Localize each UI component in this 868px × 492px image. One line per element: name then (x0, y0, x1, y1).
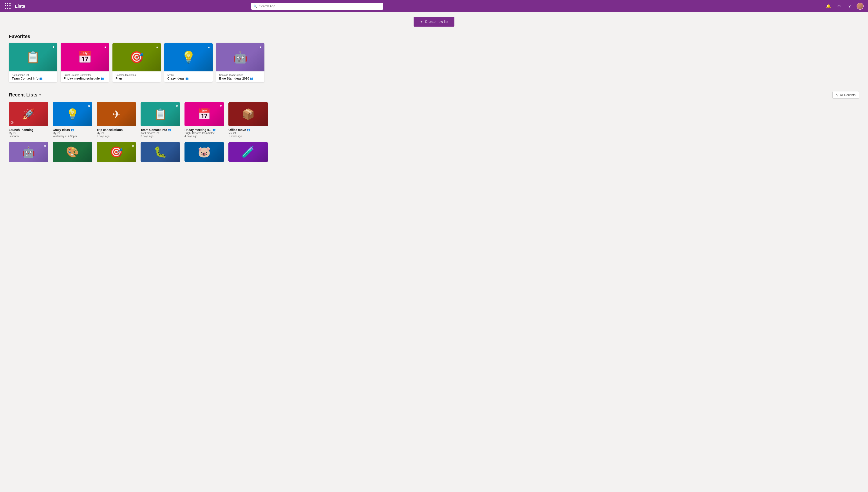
notifications-button[interactable]: 🔔 (825, 3, 832, 10)
fav-card-name-4: Blue Star Ideas 2020 👥 (219, 77, 261, 80)
recent-card-r2-icon-4: 🐷 (198, 146, 211, 158)
filter-icon: ▽ (836, 93, 839, 97)
recent-card-r2-4[interactable]: 🐷 (184, 142, 224, 164)
fav-card-name-1: Friday meeting schedule 👥 (64, 77, 106, 80)
fav-card-icon-1: 📅 (78, 51, 92, 64)
recent-card-time-5: 1 week ago (228, 135, 268, 138)
recent-card-name-5: Office move 👥 (228, 128, 268, 132)
recent-card-1[interactable]: 💡 ★ Crazy Ideas 👥 My list Yesterday at 4… (53, 102, 92, 138)
share-icon-0: 👥 (39, 77, 43, 80)
fav-card-name-3: Crazy Ideas 👥 (168, 77, 209, 80)
recent-card-time-1: Yesterday at 4:30pm (53, 135, 92, 138)
share-icon-r1: 👥 (71, 128, 74, 131)
app-title: Lists (15, 4, 25, 9)
recent-card-star-3: ★ (176, 104, 178, 107)
recent-card-r2-icon-1: 🎨 (66, 146, 79, 158)
fav-card-0[interactable]: 📋 ★ Kat Larson's list Team Contact Info … (9, 43, 57, 82)
loading-indicator-0: ⟳ (10, 120, 14, 125)
recent-card-sub-4: Bright Dreams Committee (184, 132, 224, 135)
recent-card-4[interactable]: 📅 ★ Friday meeting s... 👥 Bright Dreams … (184, 102, 224, 138)
header-actions: 🔔 ⚙ ? (825, 3, 864, 10)
help-button[interactable]: ? (846, 3, 853, 10)
plus-icon: ＋ (420, 19, 423, 24)
recent-card-name-3: Team Contact Info 👥 (141, 128, 180, 132)
search-container: 🔍 (251, 3, 383, 10)
recent-card-r2-3[interactable]: 🐛 (141, 142, 180, 164)
fav-card-subtitle-2: Contoso Marketing (116, 74, 158, 76)
recent-card-time-3: 3 days ago (141, 135, 180, 138)
recent-card-sub-1: My list (53, 132, 92, 135)
recent-card-name-2: Trip cancellations (97, 128, 136, 132)
fav-card-star-1: ★ (104, 45, 107, 49)
recent-card-r2-icon-0: 🤖 (22, 146, 35, 158)
fav-card-subtitle-0: Kat Larson's list (12, 74, 54, 76)
create-btn-container: ＋ Create new list (9, 17, 859, 27)
share-icon-4: 👥 (250, 77, 253, 80)
search-input[interactable] (251, 3, 383, 10)
settings-button[interactable]: ⚙ (836, 3, 843, 10)
fav-card-subtitle-1: Bright Dreams Committee (64, 74, 106, 76)
all-recents-button[interactable]: ▽ All Recents (833, 91, 859, 99)
create-new-list-button[interactable]: ＋ Create new list (414, 17, 454, 27)
fav-card-name-2: Plan (116, 77, 158, 80)
recent-card-3[interactable]: 📋 ★ Team Contact Info 👥 Kat Larson's lis… (141, 102, 180, 138)
fav-card-icon-4: 🤖 (233, 51, 248, 64)
recent-card-icon-5: 📦 (241, 108, 255, 120)
recent-card-5[interactable]: 📦 Office move 👥 My list 1 week ago (228, 102, 268, 138)
recent-card-name-1: Crazy Ideas 👥 (53, 128, 92, 132)
user-avatar[interactable] (857, 3, 864, 10)
recent-card-r2-star-2: ★ (132, 144, 134, 147)
waffle-menu-button[interactable] (4, 3, 11, 10)
share-icon-3: 👥 (185, 77, 189, 80)
app-header: Lists 🔍 🔔 ⚙ ? (0, 0, 868, 12)
recent-card-star-1: ★ (87, 104, 91, 107)
recent-card-time-2: 2 days ago (97, 135, 136, 138)
share-icon-r4: 👥 (212, 128, 216, 131)
recent-card-sub-2: My list (97, 132, 136, 135)
recent-card-time-4: 4 days ago (184, 135, 224, 138)
fav-card-icon-0: 📋 (26, 51, 40, 64)
recent-grid-row1: 🚀 ⟳ Launch Planning My list Just now 💡 ★… (9, 102, 859, 138)
recent-card-0[interactable]: 🚀 ⟳ Launch Planning My list Just now (9, 102, 48, 138)
recent-card-r2-1[interactable]: 🎨 (53, 142, 92, 164)
recent-card-sub-0: My list (9, 132, 48, 135)
recent-card-name-0: Launch Planning (9, 128, 48, 132)
share-icon-r3: 👥 (168, 128, 171, 131)
fav-card-icon-3: 💡 (181, 51, 196, 64)
recent-title-toggle[interactable]: Recent Lists ▾ (9, 92, 41, 98)
fav-card-2[interactable]: 🎯 ★ Contoso Marketing Plan (112, 43, 161, 82)
chevron-down-icon: ▾ (39, 93, 41, 97)
favorites-title: Favorites (9, 33, 859, 39)
fav-card-1[interactable]: 📅 ★ Bright Dreams Committee Friday meeti… (60, 43, 109, 82)
main-content: ＋ Create new list Favorites 📋 ★ Kat Lars… (0, 12, 868, 168)
recent-card-2[interactable]: ✈ Trip cancellations My list 2 days ago (97, 102, 136, 138)
recent-card-icon-2: ✈ (112, 108, 121, 120)
share-icon-1: 👥 (101, 77, 104, 80)
fav-card-subtitle-3: My list (168, 74, 209, 76)
recent-card-r2-5[interactable]: 🧪 (228, 142, 268, 164)
fav-card-3[interactable]: 💡 ★ My list Crazy Ideas 👥 (164, 43, 212, 82)
fav-card-icon-2: 🎯 (130, 51, 144, 64)
recent-card-r2-icon-3: 🐛 (154, 146, 167, 158)
create-btn-label: Create new list (425, 20, 448, 24)
recent-card-r2-icon-2: 🎯 (110, 146, 123, 158)
fav-card-subtitle-4: Contoso Team Culture (219, 74, 261, 76)
recent-card-r2-0[interactable]: 🤖 ★ (9, 142, 48, 164)
share-icon-r5: 👥 (247, 128, 250, 131)
fav-card-name-0: Team Contact Info 👥 (12, 77, 54, 80)
fav-card-star-3: ★ (207, 45, 210, 49)
fav-card-4[interactable]: 🤖 ★ Contoso Team Culture Blue Star Ideas… (216, 43, 264, 82)
recent-card-r2-icon-5: 🧪 (241, 146, 255, 158)
favorites-grid: 📋 ★ Kat Larson's list Team Contact Info … (9, 43, 859, 82)
fav-card-star-0: ★ (52, 45, 55, 49)
recent-card-name-4: Friday meeting s... 👥 (184, 128, 224, 132)
recent-card-sub-3: Kat Larson's list (141, 132, 180, 135)
search-icon: 🔍 (253, 4, 257, 8)
fav-card-star-2: ★ (155, 45, 159, 49)
recent-card-r2-2[interactable]: 🎯 ★ (97, 142, 136, 164)
fav-card-star-4: ★ (259, 45, 262, 49)
recent-lists-header: Recent Lists ▾ ▽ All Recents (9, 91, 859, 99)
recent-card-icon-3: 📋 (154, 108, 167, 120)
recent-card-icon-1: 💡 (66, 108, 79, 120)
recent-lists-title: Recent Lists (9, 92, 37, 98)
